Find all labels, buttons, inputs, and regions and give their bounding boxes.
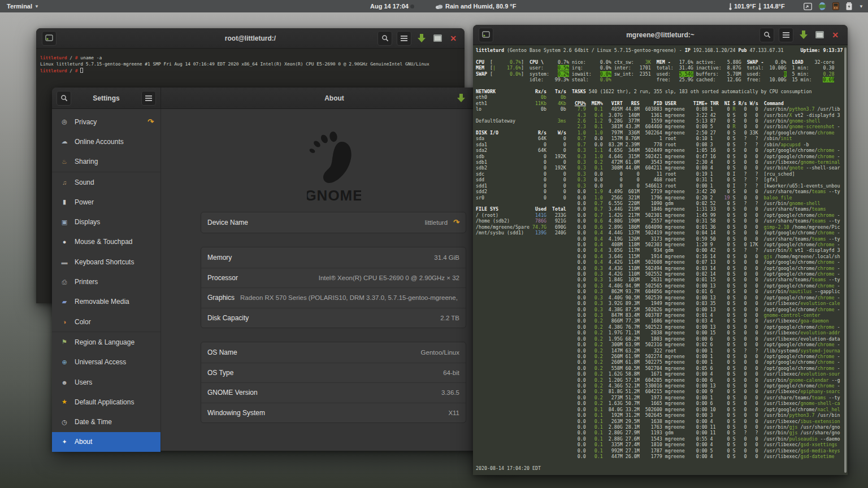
- glances-output[interactable]: littleturd (Gentoo Base System 2.6 64bit…: [476, 47, 848, 471]
- sidebar-item-label: Online Accounts: [75, 138, 154, 146]
- sidebar-item-mouse-touchpad[interactable]: ●Mouse & Touchpad: [52, 232, 160, 252]
- thermometer-icon: [758, 3, 761, 10]
- about-row-disk-capacity[interactable]: Disk Capacity2.2 TB: [201, 308, 466, 328]
- privacy-icon: ◎: [60, 118, 69, 125]
- row-value: Intel® Xeon(R) CPU E5-2690 0 @ 2.90GHz ×…: [244, 274, 459, 281]
- window-icon[interactable]: [432, 33, 443, 44]
- search-button[interactable]: [377, 31, 392, 46]
- row-label: Memory: [207, 254, 232, 262]
- date-time-icon: ◷: [60, 419, 69, 426]
- row-value: 3.36.5: [263, 389, 459, 396]
- row-label: Windowing System: [207, 409, 265, 417]
- keyboard-icon: ▬: [60, 259, 69, 265]
- about-row-graphics[interactable]: GraphicsRadeon RX 570 Series (POLARIS10,…: [201, 287, 466, 308]
- sidebar-item-sound[interactable]: ♫Sound: [52, 172, 160, 192]
- sidebar-item-date-time[interactable]: ◷Date & Time: [52, 412, 160, 432]
- terminal-app-icon[interactable]: [479, 28, 493, 42]
- sidebar-item-removable-media[interactable]: ▰Removable Media: [52, 292, 160, 312]
- search-button[interactable]: [760, 28, 774, 42]
- temperature-1: 101.9°F: [734, 3, 756, 10]
- about-row-processor[interactable]: ProcessorIntel® Xeon(R) CPU E5-2690 0 @ …: [201, 268, 466, 288]
- sidebar-item-region-language[interactable]: ⚑Region & Language: [52, 332, 160, 352]
- window-icon[interactable]: [814, 29, 825, 41]
- about-row-os-type[interactable]: OS Type64-bit: [201, 363, 466, 383]
- users-icon: ☻: [60, 379, 69, 386]
- sidebar-item-color[interactable]: ◑Color: [52, 312, 160, 332]
- sidebar-item-label: Color: [75, 318, 154, 326]
- universal-access-icon: ⊕: [60, 359, 69, 366]
- ups-icon[interactable]: [832, 2, 839, 10]
- settings-title: Settings: [52, 94, 160, 102]
- sidebar-item-privacy[interactable]: ◎Privacy↷: [52, 112, 160, 132]
- sidebar-item-default-applications[interactable]: ★Default Applications: [52, 392, 160, 412]
- sidebar-item-label: Displays: [75, 218, 154, 226]
- row-label: Disk Capacity: [207, 314, 249, 322]
- row-value: X11: [271, 409, 459, 416]
- row-value: 2.2 TB: [254, 315, 459, 321]
- top-bar: Terminal▼ Aug 14 17:04 Rain and Humid, 8…: [0, 0, 868, 12]
- sidebar-item-universal-access[interactable]: ⊕Universal Access: [52, 352, 160, 372]
- sidebar-item-label: Date & Time: [75, 418, 154, 426]
- os-info-group: OS NameGentoo/LinuxOS Type64-bitGNOME Ve…: [201, 342, 466, 423]
- settings-headerbar[interactable]: Settings About: [52, 88, 507, 109]
- row-label: Processor: [207, 274, 238, 282]
- menu-chevron-icon[interactable]: ▼: [859, 4, 863, 9]
- row-value: Radeon RX 570 Series (POLARIS10, DRM 3.3…: [240, 294, 459, 301]
- sidebar-item-label: Power: [75, 198, 154, 206]
- sidebar-item-label: Default Applications: [75, 398, 154, 406]
- sidebar-item-about[interactable]: ✦About: [52, 432, 160, 452]
- terminal1-content[interactable]: littleturd / # uname -a Linux littleturd…: [40, 55, 465, 74]
- sidebar-item-label: Removable Media: [75, 298, 154, 306]
- sidebar-item-printers[interactable]: ⎙Printers: [52, 272, 160, 291]
- sidebar-item-sharing[interactable]: ♨Sharing: [52, 152, 160, 172]
- sidebar-item-online-accounts[interactable]: ☁Online Accounts: [52, 132, 160, 151]
- system-status-icons[interactable]: ▼: [804, 0, 863, 12]
- device-name-group: Device Namelittleturd↷: [201, 212, 466, 233]
- power-icon: ▮: [60, 198, 69, 206]
- hardware-info-group: Memory31.4 GiBProcessorIntel® Xeon(R) CP…: [201, 247, 466, 328]
- region-language-icon: ⚑: [60, 338, 69, 346]
- sidebar-item-displays[interactable]: ▣Displays: [52, 212, 160, 232]
- sidebar-item-label: Printers: [75, 278, 154, 286]
- network-globe-icon[interactable]: [818, 2, 826, 10]
- close-button[interactable]: ✕: [448, 33, 459, 44]
- update-arrow-icon[interactable]: [416, 33, 427, 44]
- battery-icon[interactable]: [845, 2, 853, 10]
- removable-media-icon: ▰: [60, 298, 69, 306]
- screencast-icon[interactable]: [804, 3, 812, 10]
- about-row-os-name[interactable]: OS NameGentoo/Linux: [201, 342, 466, 363]
- sidebar-item-users[interactable]: ☻Users: [52, 372, 160, 392]
- settings-window: Settings About ◎Privacy↷☁Online Accounts…: [52, 88, 507, 451]
- row-value: littleturd: [254, 219, 448, 226]
- sidebar-item-label: Sound: [75, 178, 154, 186]
- terminal1-titlebar[interactable]: root@littleturd:/ ✕: [36, 28, 465, 49]
- terminal2-scrollbar[interactable]: [844, 47, 847, 473]
- about-row-windowing-system[interactable]: Windowing SystemX11: [201, 403, 466, 423]
- sharing-icon: ♨: [60, 158, 69, 165]
- sound-icon: ♫: [60, 179, 69, 186]
- row-label: Device Name: [207, 219, 248, 226]
- menu-button[interactable]: [397, 31, 411, 46]
- about-row-gnome-version[interactable]: GNOME Version3.36.5: [201, 382, 466, 403]
- terminal2-titlebar[interactable]: mgreene@littleturd:~ ✕: [473, 25, 848, 45]
- sidebar-item-power[interactable]: ▮Power: [52, 192, 160, 212]
- sidebar-item-label: Keyboard Shortcuts: [75, 258, 154, 266]
- update-arrow-icon[interactable]: [798, 29, 809, 41]
- update-arrow-icon[interactable]: [455, 93, 467, 104]
- about-row-memory[interactable]: Memory31.4 GiB: [201, 247, 466, 268]
- app-menu[interactable]: Terminal▼: [7, 0, 39, 12]
- weather-indicator[interactable]: Rain and Humid, 80.9 °F: [435, 0, 516, 12]
- about-row-device-name[interactable]: Device Namelittleturd↷: [201, 212, 466, 233]
- menu-button[interactable]: [779, 28, 793, 42]
- online-accounts-icon: ☁: [60, 138, 69, 145]
- sidebar-item-keyboard-shortcuts[interactable]: ▬Keyboard Shortcuts: [52, 252, 160, 272]
- close-button[interactable]: ✕: [830, 29, 841, 41]
- notification-dot-icon: [410, 0, 414, 12]
- clock[interactable]: Aug 14 17:04: [370, 0, 409, 12]
- svg-text:GNOME: GNOME: [307, 187, 361, 204]
- temperature-sensors[interactable]: 101.9°F 114.8°F: [729, 0, 785, 12]
- weather-cloud-icon: [435, 3, 443, 10]
- terminal-app-icon[interactable]: [42, 31, 57, 46]
- row-label: GNOME Version: [207, 389, 258, 396]
- about-panel: GNOME Device Namelittleturd↷ Memory31.4 …: [161, 109, 507, 451]
